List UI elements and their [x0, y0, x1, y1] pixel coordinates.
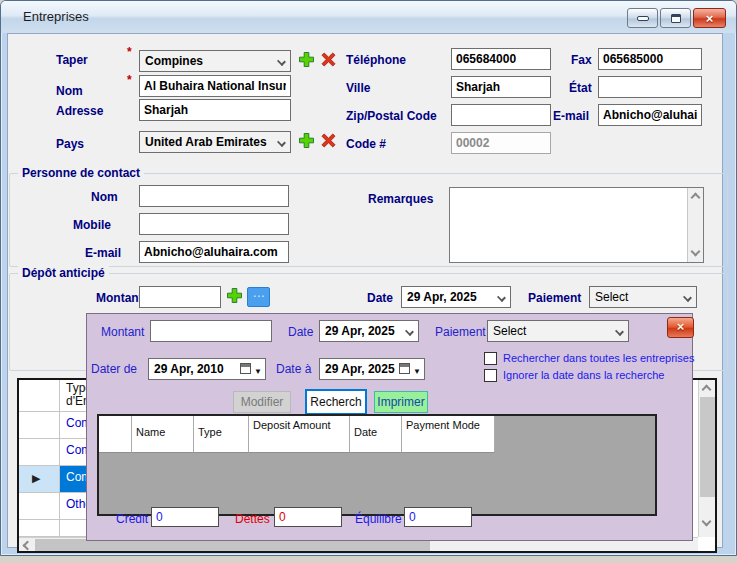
zip-label: Zip/Postal Code: [346, 109, 437, 123]
nom-label: Nom: [56, 84, 83, 98]
scroll-down-icon[interactable]: [691, 247, 701, 257]
adresse-label: Adresse: [56, 104, 103, 118]
desktop: Entreprises × Taper * Compines Nom * Adr…: [0, 0, 737, 563]
add-taper-button[interactable]: [298, 51, 316, 69]
date-a-label: Date à: [276, 362, 311, 376]
contact-mobile-input[interactable]: [139, 213, 289, 235]
dialog-montant-input[interactable]: [150, 320, 272, 342]
telephone-input[interactable]: [451, 48, 551, 70]
grid-col-deposit-amount: Deposit Amount: [249, 416, 350, 453]
close-button[interactable]: ×: [693, 8, 726, 28]
add-deposit-button[interactable]: [226, 287, 244, 305]
date-a-picker[interactable]: 29 Apr, 2025 ▼: [319, 358, 425, 380]
ville-input[interactable]: [451, 76, 551, 98]
grid-col-type: Type: [194, 416, 249, 453]
chevron-down-icon: [615, 327, 624, 336]
plus-icon: [226, 287, 243, 304]
pays-select[interactable]: United Arab Emirates: [139, 131, 291, 153]
montant-input[interactable]: [139, 286, 221, 308]
minimize-button[interactable]: [627, 8, 658, 28]
deposit-search-dialog: Montant Date 29 Apr, 2025 Paiement Selec…: [86, 313, 693, 541]
calendar-icon: [240, 363, 251, 374]
deposit-more-button[interactable]: ⋯: [247, 287, 270, 307]
plus-icon: [298, 132, 315, 149]
scroll-up-icon[interactable]: [691, 193, 701, 203]
grid-col-selector: [99, 416, 132, 453]
chevron-down-icon: [277, 57, 286, 66]
code-label: Code #: [346, 137, 386, 151]
contact-email-input[interactable]: [139, 241, 289, 263]
credit-value: 0: [151, 507, 219, 527]
ignore-date-checkbox[interactable]: [484, 369, 497, 382]
maximize-button[interactable]: [660, 8, 691, 28]
taper-select[interactable]: Compines: [139, 50, 291, 72]
dropdown-arrow-icon: ▼: [254, 367, 262, 376]
remarques-textarea[interactable]: [449, 187, 704, 263]
modifier-button[interactable]: Modifier: [233, 391, 291, 413]
chevron-down-icon: [497, 293, 506, 302]
grid-col-date: Date: [350, 416, 402, 453]
close-icon: ×: [706, 11, 714, 26]
adresse-input[interactable]: [139, 99, 291, 121]
equilibre-label: Équilibre: [355, 512, 402, 526]
etat-input[interactable]: [598, 76, 702, 98]
plus-icon: [298, 51, 315, 68]
dettes-label: Dettes: [235, 512, 270, 526]
email-input[interactable]: [598, 104, 702, 126]
table-vertical-scrollbar[interactable]: [698, 380, 715, 537]
dropdown-arrow-icon: ▼: [413, 367, 421, 376]
scrollbar-thumb[interactable]: [700, 397, 715, 497]
title-bar[interactable]: Entreprises ×: [1, 1, 736, 33]
credit-label: Crédit: [116, 512, 148, 526]
equilibre-value: 0: [404, 507, 472, 527]
fax-input[interactable]: [598, 48, 702, 70]
deposit-grid: Name Type Deposit Amount Date Payment Mo…: [97, 414, 657, 516]
taper-required-marker: *: [127, 45, 132, 59]
entreprises-window: Entreprises × Taper * Compines Nom * Adr…: [0, 0, 737, 556]
contact-nom-label: Nom: [91, 190, 118, 204]
chevron-down-icon: [683, 293, 692, 302]
zip-input[interactable]: [451, 104, 551, 126]
etat-label: État: [569, 81, 592, 95]
dettes-value: 0: [274, 507, 342, 527]
nom-input[interactable]: [139, 75, 291, 97]
scroll-up-icon[interactable]: [702, 385, 712, 395]
email-label: E-mail: [553, 109, 589, 123]
dialog-montant-label: Montant: [101, 325, 144, 339]
nom-required-marker: *: [127, 73, 132, 87]
table-header-selector: [19, 380, 60, 412]
dater-de-label: Dater de: [91, 362, 137, 376]
dialog-paiement-select[interactable]: Select: [487, 320, 629, 342]
code-input: [451, 132, 551, 154]
remarques-scrollbar[interactable]: [687, 188, 703, 262]
ville-label: Ville: [346, 81, 370, 95]
paiement-label: Paiement: [528, 291, 581, 305]
recherch-button[interactable]: Recherch: [305, 389, 367, 415]
contact-email-label: E-mail: [85, 246, 121, 260]
grid-col-name: Name: [132, 416, 194, 453]
dialog-date-select[interactable]: 29 Apr, 2025: [319, 320, 419, 342]
scroll-left-icon[interactable]: [23, 541, 33, 551]
delete-taper-button[interactable]: [320, 51, 338, 69]
dialog-close-button[interactable]: ×: [667, 317, 694, 338]
search-all-checkbox[interactable]: [484, 352, 497, 365]
maximize-icon: [671, 14, 681, 23]
delete-pays-button[interactable]: [320, 132, 338, 150]
imprimer-button[interactable]: Imprimer: [374, 391, 428, 413]
dater-de-picker[interactable]: 29 Apr, 2010 ▼: [148, 358, 266, 380]
ignore-date-label: Ignorer la date dans la recherche: [503, 369, 664, 381]
x-icon: [320, 51, 337, 68]
deposit-date-select[interactable]: 29 Apr, 2025: [401, 286, 511, 308]
dialog-paiement-label: Paiement: [435, 325, 486, 339]
scroll-down-icon[interactable]: [702, 517, 712, 527]
chevron-down-icon: [277, 138, 286, 147]
contact-nom-input[interactable]: [139, 185, 289, 207]
contact-mobile-label: Mobile: [73, 218, 111, 232]
paiement-select[interactable]: Select: [589, 286, 697, 308]
add-pays-button[interactable]: [298, 132, 316, 150]
montant-label: Montant: [96, 291, 143, 305]
window-title: Entreprises: [23, 9, 89, 24]
close-icon: ×: [677, 319, 685, 334]
row-selector-icon: ▶: [32, 472, 40, 485]
calendar-icon: [399, 363, 410, 374]
